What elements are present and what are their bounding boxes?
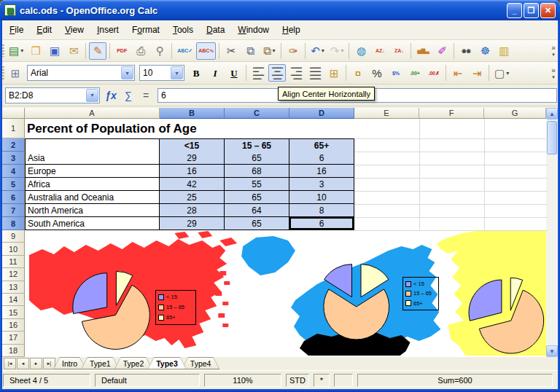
menu-edit[interactable]: Edit (30, 22, 58, 38)
toolbar-overflow-button[interactable]: »▾ (548, 67, 559, 79)
row-header-4[interactable]: 4 (2, 165, 25, 178)
cell-C8[interactable]: 65 (225, 217, 289, 230)
cell-D8[interactable]: 6 (289, 217, 354, 230)
format-paintbrush-button[interactable]: ✑ (284, 42, 302, 60)
insert-chart-button[interactable]: ▅▇▃ (414, 42, 432, 60)
function-wizard-button[interactable]: ƒx (102, 87, 120, 103)
row-header-2[interactable]: 2 (2, 138, 25, 152)
column-header-G[interactable]: G (484, 108, 546, 119)
menu-help[interactable]: Help (276, 22, 307, 38)
spreadsheet-grid[interactable]: ABCDEFG 123456789101112131415161718 Perc… (0, 108, 560, 357)
undo-dropdown-arrow[interactable]: ▾ (322, 47, 324, 54)
column-header-F[interactable]: F (419, 108, 484, 119)
cell-D4[interactable]: 16 (289, 165, 354, 178)
cell-B5[interactable]: 42 (160, 178, 225, 191)
scroll-down-icon[interactable]: ▼ (546, 345, 558, 357)
cell-D5[interactable]: 3 (289, 178, 354, 191)
cell-B7[interactable]: 28 (160, 204, 225, 217)
row-header-12[interactable]: 12 (2, 268, 25, 281)
status-page-style[interactable]: Default (95, 374, 200, 387)
row-header-8[interactable]: 8 (2, 217, 25, 230)
cell-D3[interactable]: 6 (289, 152, 354, 165)
cell-A5[interactable]: Africa (25, 178, 160, 191)
select-all-corner[interactable] (2, 108, 25, 119)
navigator-button[interactable]: ☸ (476, 42, 494, 60)
cell-C5[interactable]: 55 (225, 178, 289, 191)
justify-button[interactable]: ▬▬▬▬ ▬▬▬▬ ▬▬▬▬ ▬▬▬▬ (306, 64, 324, 82)
paste-dropdown-arrow[interactable]: ▾ (273, 47, 276, 54)
delete-decimal-button[interactable]: .00✗ (425, 64, 443, 82)
borders-dropdown-arrow[interactable]: ▾ (506, 70, 509, 77)
font-name-dropdown-icon[interactable]: ▾ (121, 66, 133, 79)
font-size-dropdown-icon[interactable]: ▾ (171, 66, 183, 79)
format-percent-button[interactable]: % (368, 64, 386, 82)
cell-D2[interactable]: 65+ (289, 138, 354, 152)
cell-A1[interactable]: Percent of Population of Age (25, 119, 197, 138)
toolbar-drag-handle[interactable] (2, 66, 4, 79)
status-zoom[interactable]: 110% (204, 374, 281, 387)
column-header-E[interactable]: E (354, 108, 419, 119)
export-pdf-button[interactable]: PDF (113, 42, 131, 60)
column-header-D[interactable]: D (289, 108, 354, 119)
row-header-16[interactable]: 16 (2, 319, 25, 332)
row-header-6[interactable]: 6 (2, 191, 25, 204)
edit-file-button[interactable]: ✎ (89, 42, 106, 60)
hyperlink-button[interactable]: ◍ (352, 42, 370, 60)
cell-A3[interactable]: Asia (25, 152, 160, 165)
close-button[interactable]: ✕ (540, 3, 556, 18)
first-sheet-button[interactable]: |◂ (4, 358, 16, 369)
cell-C2[interactable]: 15 – 65 (225, 138, 289, 152)
column-header-B[interactable]: B (160, 108, 225, 119)
menu-insert[interactable]: Insert (90, 22, 125, 38)
cell-A2[interactable] (25, 138, 160, 152)
undo-button[interactable]: ↶▾ (308, 42, 327, 60)
font-name-combo[interactable]: Arial▾ (27, 65, 135, 81)
borders-button[interactable]: ▢▾ (492, 64, 511, 82)
cell-A8[interactable]: South America (25, 217, 160, 230)
title-bar[interactable]: ▦ calc.ods - OpenOffice.org Calc _ ❐ ✕ (0, 0, 560, 20)
gallery-button[interactable]: ▥ (495, 42, 513, 60)
print-button[interactable]: ⎙ (132, 42, 149, 60)
auto-spellcheck-button[interactable]: ABC∿ (196, 42, 216, 60)
sheet-tab-type3[interactable]: Type3 (147, 357, 187, 369)
name-box-dropdown-icon[interactable]: ▾ (86, 89, 98, 102)
cell-B6[interactable]: 25 (160, 191, 225, 204)
send-email-button[interactable]: ✉ (65, 42, 82, 60)
menu-format[interactable]: Format (125, 22, 166, 38)
row-header-5[interactable]: 5 (2, 178, 25, 191)
open-button[interactable]: ❒ (27, 42, 44, 60)
previous-sheet-button[interactable]: ◂ (17, 358, 29, 369)
show-draw-functions-button[interactable]: ✐ (433, 42, 451, 60)
row-header-13[interactable]: 13 (2, 281, 25, 294)
map-pie-chart[interactable]: < 1515 – 6565+ < 1515 – 6565+ (29, 230, 546, 357)
align-center-button[interactable]: ▬▬▬▬ ▬▬ ▬▬▬▬ ▬▬▬ (268, 64, 286, 82)
cell-A4[interactable]: Europe (25, 165, 160, 178)
merge-cells-button[interactable]: ⊞ (325, 64, 343, 82)
maximize-button[interactable]: ❐ (524, 3, 539, 18)
font-size-combo[interactable]: 10▾ (139, 65, 184, 81)
styles-window-button[interactable]: ⊞ (7, 64, 24, 82)
menu-window[interactable]: Window (231, 22, 276, 38)
row-header-11[interactable]: 11 (2, 256, 25, 268)
vertical-scrollbar[interactable]: ▲ ▼ (546, 108, 558, 357)
italic-button[interactable]: I (206, 64, 224, 82)
row-header-17[interactable]: 17 (2, 332, 25, 344)
decrease-indent-button[interactable]: ⇤ (449, 64, 467, 82)
status-selection-mode[interactable]: STD (286, 374, 309, 387)
column-header-A[interactable]: A (25, 108, 160, 119)
new-button[interactable]: ▤▾ (7, 42, 26, 60)
cell-B4[interactable]: 16 (160, 165, 225, 178)
row-header-18[interactable]: 18 (2, 345, 25, 357)
increase-indent-button[interactable]: ⇥ (468, 64, 486, 82)
vertical-scroll-thumb[interactable] (547, 121, 557, 154)
status-sheet-position[interactable]: Sheet 4 / 5 (3, 374, 90, 387)
spellcheck-button[interactable]: ABC✓ (175, 42, 195, 60)
save-button[interactable]: ▣ (46, 42, 63, 60)
menu-file[interactable]: File (3, 22, 30, 38)
cut-button[interactable]: ✂ (222, 42, 240, 60)
cell-C6[interactable]: 65 (225, 191, 289, 204)
cell-D6[interactable]: 10 (289, 191, 354, 204)
formula-button[interactable]: = (137, 87, 155, 103)
add-decimal-button[interactable]: .00+ (406, 64, 424, 82)
row-header-9[interactable]: 9 (2, 230, 25, 243)
